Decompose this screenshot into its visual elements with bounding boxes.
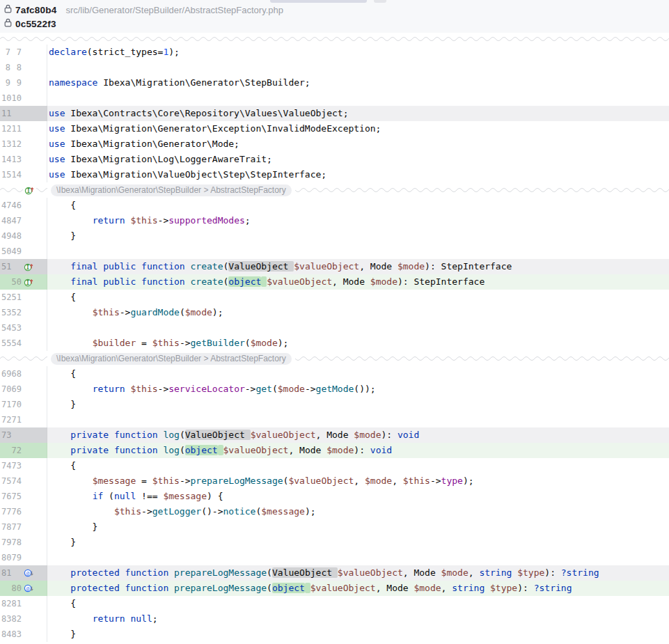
gutter: 8281 [0, 596, 47, 611]
code-token: string [479, 567, 512, 578]
code-line[interactable]: 5049 [0, 244, 669, 259]
code-token [109, 430, 114, 440]
code-token: $mode [251, 338, 278, 348]
diff-line-removed[interactable]: 81@ protected function prepareLogMessage… [0, 565, 669, 581]
code-token [49, 445, 70, 455]
collapsed-region-separator[interactable]: \Ibexa\Migration\Generator\StepBuilder >… [0, 351, 669, 366]
overridden-method-down-icon[interactable]: @ [24, 568, 36, 578]
code-token: ( [245, 338, 251, 348]
code-token: get [255, 384, 271, 394]
code-line[interactable]: 7877 } [0, 519, 669, 535]
code-line[interactable]: 7574 $message = $this->prepareLogMessage… [0, 473, 669, 489]
code-token [485, 583, 490, 593]
code-line[interactable]: 7978 } [0, 535, 669, 550]
code-line[interactable]: 8281 { [0, 596, 669, 611]
old-line-number: 8 [1, 60, 10, 75]
collapsed-region-breadcrumb[interactable]: \Ibexa\Migration\Generator\StepBuilder >… [47, 183, 295, 197]
gutter: 8483 [0, 627, 47, 642]
old-line-number: 72 [1, 412, 10, 427]
code-token: function [114, 445, 158, 455]
gutter-icon-slot [24, 400, 36, 409]
new-line-number: 13 [10, 152, 22, 167]
code-line[interactable]: 5352 $this->guardMode($mode); [0, 305, 669, 320]
code-token [168, 583, 174, 593]
code-token: -> [430, 476, 441, 486]
code-line[interactable]: 4847 return $this->supportedModes; [0, 213, 669, 228]
code-token: $message [93, 476, 136, 486]
file-path: src/lib/Generator/StepBuilder/AbstractSt… [65, 5, 283, 15]
code-line[interactable]: 5554 $builder = $this->getBuilder($mode)… [0, 336, 669, 351]
code-line[interactable]: 99namespace Ibexa\Migration\Generator\St… [0, 75, 669, 91]
gutter-icon-slot [24, 461, 36, 471]
code-line[interactable]: 4746 { [0, 198, 669, 213]
code-token [49, 276, 70, 287]
commit-hash-new: 0c5522f3 [15, 19, 56, 29]
new-line-number: 52 [10, 305, 22, 320]
code-line[interactable]: 7776 $this->getLogger()->notice($message… [0, 504, 669, 519]
old-line-number: 75 [1, 473, 10, 489]
gutter: 7675 [0, 489, 47, 504]
diff-line-removed[interactable]: 51I final public function create(ValueOb… [0, 259, 669, 274]
code-line[interactable]: 88 [0, 60, 669, 75]
code-token: $message [261, 506, 305, 517]
code-token: namespace [49, 77, 97, 88]
code-token: { [49, 200, 76, 210]
code-line[interactable]: 1514use Ibexa\Migration\ValueObject\Step… [0, 167, 669, 182]
collapsed-region-separator[interactable] [0, 33, 669, 45]
code-line[interactable]: 7271 [0, 412, 669, 427]
code-line[interactable]: 7170 } [0, 397, 669, 412]
old-line-number: 74 [1, 458, 10, 473]
overridden-method-down-icon[interactable]: @ [24, 583, 36, 593]
diff-line-removed[interactable]: 11use Ibexa\Contracts\Core\Repository\Va… [0, 106, 669, 121]
code-line[interactable]: 1413use Ibexa\Migration\Log\LoggerAwareT… [0, 152, 669, 167]
gutter-icon-slot [24, 109, 36, 118]
cutoff-ui-fragment [374, 0, 386, 3]
changed-word-highlight [218, 445, 223, 455]
code-line[interactable]: 8382 return null; [0, 611, 669, 627]
implements-method-up-icon[interactable]: I [24, 262, 36, 272]
gutter: 6968 [0, 366, 47, 382]
code-line[interactable]: 7675 if (null !== $message) { [0, 489, 669, 504]
code-token: { [49, 368, 76, 379]
code-token: ); [305, 506, 316, 517]
lock-icon [4, 17, 12, 30]
code-line[interactable]: 1010 [0, 91, 669, 106]
implements-method-up-icon[interactable]: I [23, 185, 36, 195]
code-line[interactable]: 5453 [0, 320, 669, 336]
gutter-icon-slot [24, 201, 36, 210]
code-token: ( [272, 384, 278, 394]
gutter-icon-slot [24, 246, 36, 256]
code-line[interactable]: 6968 { [0, 366, 669, 382]
code-line[interactable]: 7069 return $this->serviceLocator->get($… [0, 382, 669, 397]
gutter: 7473 [0, 458, 47, 473]
collapsed-region-separator[interactable]: I\Ibexa\Migration\Generator\StepBuilder … [0, 182, 669, 198]
code-line[interactable]: 5251 { [0, 290, 669, 305]
implements-method-up-icon[interactable]: I [24, 277, 36, 287]
code-token: notice [223, 506, 255, 517]
code-line[interactable]: 1211use Ibexa\Migration\Generator\Except… [0, 121, 669, 136]
code-token: $builder [93, 338, 136, 348]
diff-line-added[interactable]: 72 private function log(object $valueObj… [0, 443, 669, 458]
code-line[interactable]: 4948 } [0, 228, 669, 244]
code-line[interactable]: 7473 { [0, 458, 669, 473]
code-token: ()-> [201, 506, 223, 517]
code-text [47, 412, 669, 427]
diff-line-removed[interactable]: 73 private function log(ValueObject $val… [0, 427, 669, 443]
code-line[interactable]: 77declare(strict_types=1); [0, 45, 669, 60]
new-line-number: 69 [10, 382, 22, 397]
code-text: { [47, 198, 669, 213]
code-token: prepareLogMessage [174, 567, 267, 578]
diff-line-added[interactable]: 50I final public function create(object … [0, 274, 669, 290]
diff-line-added[interactable]: 80@ protected function prepareLogMessage… [0, 581, 669, 596]
gutter-icon-slot [24, 384, 36, 394]
new-line-number: 12 [10, 136, 22, 152]
code-line[interactable]: 1312use Ibexa\Migration\Generator\Mode; [0, 136, 669, 152]
code-line[interactable]: 8483 } [0, 627, 669, 642]
collapsed-region-breadcrumb[interactable]: \Ibexa\Migration\Generator\StepBuilder >… [47, 352, 295, 366]
code-token: prepareLogMessage [174, 583, 267, 593]
svg-text:I: I [26, 265, 30, 271]
code-text: { [47, 366, 669, 382]
code-token: function [114, 430, 158, 440]
code-line[interactable]: 8079 [0, 550, 669, 565]
old-line-number: 50 [1, 244, 10, 259]
